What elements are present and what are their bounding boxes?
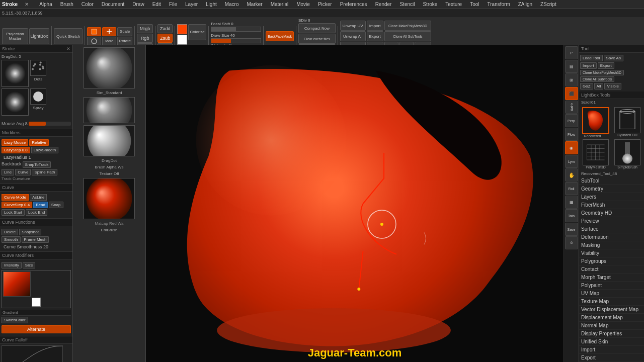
spline-path-btn[interactable]: Spline Path: [32, 169, 57, 175]
menu-texture[interactable]: Texture: [444, 2, 463, 7]
switch-color-btn[interactable]: SwitchColor: [2, 317, 28, 323]
morph-target-item[interactable]: Morph Target: [579, 274, 644, 282]
load-tool-btn[interactable]: Load Tool: [580, 55, 603, 61]
colorize-btn[interactable]: Colorize: [188, 24, 206, 40]
display-properties-item[interactable]: Display Properties: [579, 330, 644, 338]
alternate-btn[interactable]: Alternate: [2, 325, 71, 333]
uv-map-item[interactable]: UV Map: [579, 290, 644, 298]
texture-map-item[interactable]: Texture Map: [579, 298, 644, 306]
visible-btn[interactable]: Visible: [415, 42, 431, 45]
menu-stroke[interactable]: Stroke: [421, 2, 439, 7]
foreground-color[interactable]: [177, 24, 187, 34]
aahar-btn[interactable]: AaHr: [565, 101, 578, 114]
curve-step-btn[interactable]: CurveStep 0.4: [2, 202, 32, 208]
flow-btn[interactable]: Flow: [565, 128, 578, 141]
menu-movie[interactable]: Movie: [295, 2, 311, 7]
clone-all-tools-btn[interactable]: Clone All SubTools: [580, 76, 614, 82]
import-btn[interactable]: Import: [367, 21, 383, 31]
persp-btn[interactable]: P: [565, 46, 578, 59]
mouse-avg-slider[interactable]: [29, 122, 71, 126]
import-tool-btn[interactable]: Import: [580, 62, 597, 69]
tool-thumb-canvas-1[interactable]: [582, 107, 609, 134]
brush-preview-small2[interactable]: [30, 88, 46, 105]
clone-make-poly-btn[interactable]: Clone MakePolyMesh3D: [384, 21, 431, 31]
lazy-smooth-btn[interactable]: LazySmooth: [31, 147, 58, 153]
smooth-btn[interactable]: Smooth: [2, 236, 21, 243]
extra-icon-btn[interactable]: ⊙: [565, 236, 578, 249]
brush-preview-main[interactable]: [2, 60, 29, 87]
projection-master-btn[interactable]: Projection Master: [2, 28, 28, 44]
close-stroke-icon[interactable]: ✕: [66, 46, 70, 51]
menu-light[interactable]: Light: [204, 2, 218, 7]
save-icon-btn[interactable]: Save: [565, 223, 578, 236]
geometry-item[interactable]: Geometry: [579, 185, 644, 193]
lock-end-btn[interactable]: Lock End: [26, 209, 47, 216]
material-thumb-4[interactable]: [84, 178, 135, 219]
morph-uv-btn[interactable]: Morph UV: [340, 42, 366, 45]
background-color[interactable]: [177, 35, 187, 45]
active-icon-btn[interactable]: ⬛: [565, 87, 578, 100]
falloff-curve-preview[interactable]: [2, 345, 63, 362]
tool-thumb-canvas-3[interactable]: [583, 139, 609, 165]
brush-preview3[interactable]: [2, 88, 29, 116]
export-tool-btn[interactable]: Export: [598, 62, 614, 69]
intensity-btn[interactable]: Intensity: [2, 262, 22, 268]
menu-transform[interactable]: Transform: [486, 2, 512, 7]
size-btn[interactable]: Size: [23, 262, 36, 268]
menu-draw[interactable]: Draw: [131, 2, 145, 7]
curve-btn[interactable]: Curve: [15, 169, 31, 175]
menu-stencil[interactable]: Stencil: [398, 2, 416, 7]
draw-btn-active[interactable]: [87, 27, 101, 36]
menu-zalign[interactable]: ZAlign: [517, 2, 534, 7]
goz-tool-btn[interactable]: GoZ: [580, 83, 593, 89]
vector-displacement-item[interactable]: Vector Displacement Map: [579, 306, 644, 314]
goz-btn[interactable]: GoZ: [384, 42, 398, 45]
zsub-btn[interactable]: Zsub: [157, 34, 173, 43]
scale-btn2[interactable]: Scale: [117, 27, 132, 36]
menu-tool[interactable]: Tool: [468, 2, 480, 7]
material-thumb-3[interactable]: [84, 125, 135, 156]
material-thumb-2[interactable]: [84, 97, 135, 123]
hand-btn[interactable]: ✋: [565, 168, 578, 182]
polygroups-item[interactable]: Polygroups: [579, 257, 644, 265]
normal-map-item[interactable]: Normal Map: [579, 322, 644, 330]
menu-picker[interactable]: Picker: [316, 2, 334, 7]
compact-now-btn[interactable]: Compact Now: [298, 23, 336, 33]
clone-all-btn[interactable]: Clone All SubTools: [384, 31, 431, 41]
material-thumb-1[interactable]: [84, 47, 135, 88]
export-btn[interactable]: Export: [367, 31, 383, 41]
white-color-swatch[interactable]: [32, 298, 41, 307]
menu-preferences[interactable]: Preferences: [339, 2, 369, 7]
bend-btn[interactable]: Bend: [33, 202, 48, 208]
frame-mesh-btn[interactable]: Frame Mesh: [22, 236, 49, 243]
as-line-btn[interactable]: AsLine: [30, 194, 47, 201]
export-item[interactable]: Export: [579, 354, 644, 362]
orange-icon-btn[interactable]: ◉: [565, 141, 578, 154]
clear-cache-btn[interactable]: Clear cache files: [298, 34, 336, 44]
contact-item[interactable]: Contact: [579, 265, 644, 274]
menu-material[interactable]: Material: [269, 2, 290, 7]
all-tool-btn[interactable]: All: [594, 83, 604, 89]
menu-edit[interactable]: Edit: [151, 2, 163, 7]
backface-mask-btn[interactable]: BackFaceMask: [266, 31, 294, 41]
tato-btn[interactable]: Tato: [565, 209, 578, 222]
menu-brush[interactable]: Brush: [59, 2, 75, 7]
menu-macro[interactable]: Macro: [223, 2, 240, 7]
save-as-tool-btn[interactable]: Save As: [604, 55, 623, 61]
delete-curve-btn[interactable]: Delete: [2, 229, 18, 235]
fibermesh-item[interactable]: FiberMesh: [579, 201, 644, 209]
menu-marker[interactable]: Marker: [246, 2, 264, 7]
snap-to-track-btn[interactable]: SnapToTrack: [23, 161, 51, 168]
unified-skin-item[interactable]: Unified Skin: [579, 338, 644, 346]
draw-btn-2[interactable]: [87, 37, 101, 46]
subtool-item[interactable]: SubTool: [579, 177, 644, 185]
geometry-hd-item[interactable]: Geometry HD: [579, 209, 644, 217]
all-btn[interactable]: All: [399, 42, 414, 45]
masking-item[interactable]: Masking: [579, 241, 644, 249]
floor-btn[interactable]: ▤: [565, 60, 578, 73]
tool-thumb-canvas-4[interactable]: [614, 139, 640, 165]
relative-btn[interactable]: Relative: [29, 139, 49, 146]
surface-item[interactable]: Surface: [579, 225, 644, 233]
menu-render[interactable]: Render: [374, 2, 393, 7]
menu-alpha[interactable]: Alpha: [38, 2, 54, 7]
